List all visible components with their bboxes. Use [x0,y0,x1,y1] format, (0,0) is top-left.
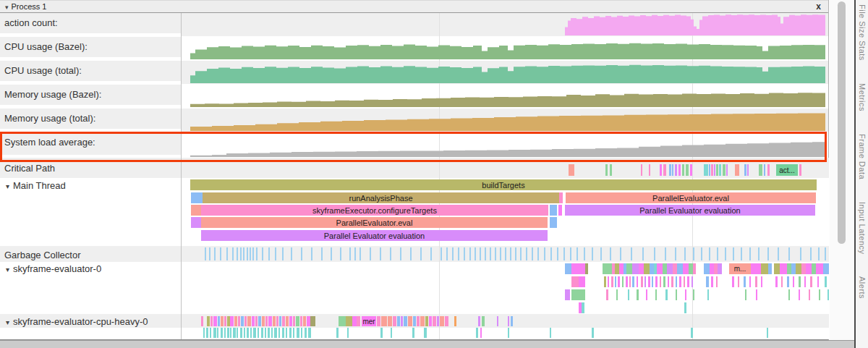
gc-event-tick[interactable] [420,247,422,260]
counter-chart-cpu-total[interactable] [182,61,828,83]
gc-event-tick[interactable] [495,247,496,260]
gc-event-tick[interactable] [825,247,826,260]
flame-bar[interactable] [262,316,265,326]
gc-event-tick[interactable] [570,247,571,260]
flame-bar[interactable] [675,164,677,176]
flame-bar[interactable] [632,263,639,274]
flame-bar-parallelevaluator-eval[interactable]: ParallelEvaluator.eval [201,217,548,228]
gc-event-tick[interactable] [778,247,779,260]
flame-bar[interactable] [207,316,210,326]
flame-bar[interactable] [227,328,229,338]
flame-bar[interactable] [668,276,669,287]
gc-event-tick[interactable] [282,247,284,260]
flame-bar[interactable] [799,164,801,176]
gc-event-tick[interactable] [441,247,442,260]
flame-bar[interactable] [628,289,629,300]
flame-bar[interactable] [210,328,211,338]
flame-bar[interactable] [278,328,280,338]
flame-bar[interactable] [206,328,208,338]
flame-bar[interactable] [806,263,812,274]
flame-bar[interactable] [780,263,787,274]
flame-bar[interactable] [454,316,456,326]
flame-bar[interactable] [274,328,277,338]
flame-bar[interactable] [268,316,272,326]
gc-event-tick[interactable] [537,247,539,260]
gc-event-tick[interactable] [485,247,486,260]
flame-bar[interactable] [346,316,352,326]
gc-event-tick[interactable] [620,247,621,260]
track-chart-mem-bazel[interactable] [182,85,828,108]
flame-bar[interactable] [761,263,768,274]
flame-bar[interactable] [391,328,392,338]
flame-bar[interactable] [660,276,661,287]
flame-bar[interactable] [258,328,259,338]
gc-event-tick[interactable] [232,247,234,260]
gc-event-tick[interactable] [354,247,356,260]
gc-event-tick[interactable] [291,247,292,260]
gc-event-tick[interactable] [733,247,734,260]
flame-bar[interactable] [690,164,692,176]
flame-bar[interactable] [234,316,237,326]
gc-event-tick[interactable] [250,247,251,260]
flame-bar-mer[interactable]: mer [362,316,376,326]
flame-bar[interactable] [676,276,677,287]
collapse-triangle-icon[interactable]: ▾ [6,318,9,326]
flame-bar-skyframeexecutor-configuretargets[interactable]: skyframeExecutor.configureTargets [201,205,548,216]
flame-bar[interactable] [221,316,224,326]
gc-event-tick[interactable] [410,247,412,260]
gc-event-tick[interactable] [749,247,751,260]
flame-bar[interactable] [682,164,684,176]
flame-bar[interactable] [393,316,396,326]
flame-bar[interactable] [691,328,693,338]
flame-bar[interactable] [310,316,315,326]
gc-event-tick[interactable] [331,247,332,260]
flame-bar[interactable] [550,205,557,216]
gc-event-tick[interactable] [256,247,258,260]
flame-bar[interactable] [261,328,263,338]
flame-bar[interactable] [420,316,425,326]
flame-bar[interactable] [749,276,751,287]
flame-bar[interactable] [603,263,612,274]
flame-bar[interactable] [265,328,266,338]
gc-event-tick[interactable] [584,247,585,260]
gc-event-tick[interactable] [226,247,228,260]
flame-bar[interactable] [247,328,249,338]
flame-bar[interactable] [816,263,823,274]
collapse-triangle-icon[interactable]: ▾ [6,266,9,273]
gc-event-tick[interactable] [510,247,511,260]
flame-bar[interactable] [297,328,299,338]
flame-bar[interactable] [279,316,281,326]
flame-bar[interactable] [755,276,757,287]
flame-bar[interactable] [793,276,794,287]
flame-bar[interactable] [282,328,284,338]
flame-bar[interactable] [511,316,513,326]
counter-chart-mem-total[interactable] [182,109,828,131]
flame-bar-m-[interactable]: m... [729,263,751,274]
gc-event-tick[interactable] [810,247,812,260]
gc-event-tick[interactable] [237,247,238,260]
flame-bar[interactable] [303,316,306,326]
flame-bar[interactable] [265,316,268,326]
gc-event-tick[interactable] [576,247,578,260]
flame-bar[interactable] [592,328,594,338]
flame-bar[interactable] [244,328,245,338]
flame-bar[interactable] [718,263,722,274]
flame-bar[interactable] [626,263,632,274]
gc-event-tick[interactable] [725,247,726,260]
gc-event-tick[interactable] [505,247,506,260]
flame-bar[interactable] [582,302,584,313]
gc-event-tick[interactable] [741,247,742,260]
flame-bar[interactable] [781,276,783,287]
flame-bar[interactable] [210,316,213,326]
flame-bar[interactable] [252,316,255,326]
flame-bar[interactable] [218,316,220,326]
flame-bar[interactable] [610,164,612,176]
gc-event-tick[interactable] [247,247,248,260]
flame-bar[interactable] [558,205,562,216]
flame-bar[interactable] [230,328,231,338]
collapse-triangle-icon[interactable]: ▾ [5,1,9,14]
flame-bar[interactable] [687,276,689,287]
flame-bar[interactable] [255,316,258,326]
flame-bar[interactable] [404,316,407,326]
flame-bar[interactable] [508,328,509,338]
